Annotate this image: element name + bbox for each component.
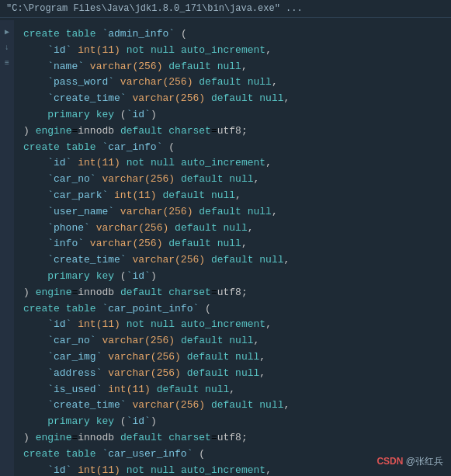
code-line-26: ) engine=innodb default charset=utf8; xyxy=(23,430,442,446)
code-line-23: `is_used` int(11) default null, xyxy=(23,382,442,398)
code-line-21: `car_img` varchar(256) default null, xyxy=(23,349,442,366)
code-line-7: ) engine=innodb default charset=utf8; xyxy=(23,123,442,140)
code-line-22: `address` varchar(256) default null, xyxy=(23,366,442,382)
title-bar: "C:\Program Files\Java\jdk1.8.0_171\bin\… xyxy=(0,0,451,18)
watermark-logo: CSDN xyxy=(376,456,403,467)
title-text: "C:\Program Files\Java\jdk1.8.0_171\bin\… xyxy=(6,3,303,14)
terminal-window: "C:\Program Files\Java\jdk1.8.0_171\bin\… xyxy=(0,0,451,476)
sidebar-icon-1[interactable]: ▶ xyxy=(2,26,12,37)
code-line-8: create table `car_info` ( xyxy=(23,140,442,156)
code-line-20: `car_no` varchar(256) default null, xyxy=(23,333,442,349)
code-line-6: primary key (`id`) xyxy=(23,107,442,123)
left-sidebar: ▶ ↓ ≡ xyxy=(0,20,14,476)
code-line-12: `user_name` varchar(256) default null, xyxy=(23,204,442,221)
code-line-11: `car_park` int(11) default null, xyxy=(23,188,442,204)
code-line-1: create table `admin_info` ( xyxy=(23,26,442,43)
code-line-19: `id` int(11) not null auto_increment, xyxy=(23,317,442,333)
code-line-15: `create_time` varchar(256) default null, xyxy=(23,252,442,269)
code-line-5: `create_time` varchar(256) default null, xyxy=(23,91,442,107)
code-line-4: `pass_word` varchar(256) default null, xyxy=(23,75,442,91)
watermark-author: @张红兵 xyxy=(406,456,443,467)
code-line-17: ) engine=innodb default charset=utf8; xyxy=(23,285,442,301)
sidebar-icon-3[interactable]: ≡ xyxy=(2,57,12,68)
watermark: CSDN @张红兵 xyxy=(376,455,443,468)
code-line-9: `id` int(11) not null auto_increment, xyxy=(23,155,442,172)
code-line-25: primary key (`id`) xyxy=(23,414,442,430)
code-line-24: `create_time` varchar(256) default null, xyxy=(23,398,442,414)
code-line-3: `name` varchar(256) default null, xyxy=(23,59,442,75)
code-line-10: `car_no` varchar(256) default null, xyxy=(23,172,442,188)
code-line-14: `info` varchar(256) default null, xyxy=(23,236,442,252)
code-line-13: `phone` varchar(256) default null, xyxy=(23,221,442,237)
code-line-18: create table `car_point_info` ( xyxy=(23,301,442,318)
sidebar-icon-2[interactable]: ↓ xyxy=(2,42,12,53)
code-line-16: primary key (`id`) xyxy=(23,269,442,285)
code-line-2: `id` int(11) not null auto_increment, xyxy=(23,43,442,59)
code-area: create table `admin_info` ( `id` int(11)… xyxy=(14,20,451,476)
